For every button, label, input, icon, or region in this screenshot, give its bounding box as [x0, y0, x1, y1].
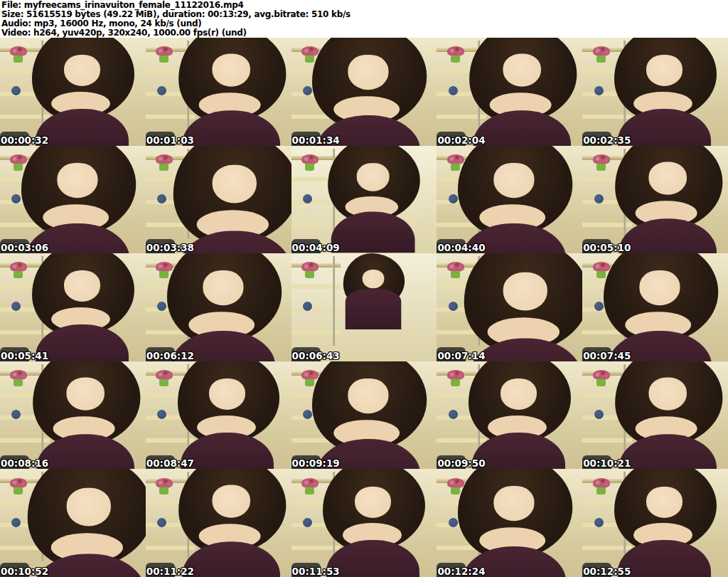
flower-pot [10, 262, 27, 272]
yarn-ball [157, 194, 166, 203]
thumbnail-cell: 00:09:19 [291, 361, 437, 470]
timestamp-label: 00:00:32 [1, 135, 48, 146]
tank-top-shape [619, 218, 717, 253]
face-shape [212, 54, 250, 87]
tank-top-shape [36, 434, 134, 469]
face-shape [648, 378, 687, 411]
face-shape [355, 487, 391, 518]
thumbnail-cell: 00:05:41 [0, 253, 146, 361]
flower-pot [10, 370, 27, 380]
face-shape [646, 55, 682, 86]
person-silhouette [161, 253, 288, 361]
yarn-ball [157, 410, 166, 419]
yarn-ball [157, 86, 166, 95]
timestamp-label: 00:11:53 [292, 566, 340, 577]
tank-top-shape [182, 110, 280, 145]
face-shape [212, 165, 256, 203]
timestamp-label: 00:02:35 [583, 135, 631, 146]
tank-top-shape [36, 109, 129, 146]
person-silhouette [451, 146, 579, 254]
yarn-ball [157, 518, 166, 527]
person-silhouette [26, 38, 140, 146]
tank-top-shape [346, 290, 402, 329]
face-shape [64, 55, 100, 86]
face-shape [648, 162, 687, 194]
tank-top-shape [182, 542, 280, 577]
tank-top-shape [472, 433, 565, 470]
flower-pot [156, 478, 173, 488]
timestamp-label: 00:09:19 [292, 458, 340, 469]
timestamp-label: 00:05:41 [1, 351, 48, 361]
thumbnail-cell: 00:00:32 [0, 38, 146, 146]
face-shape [493, 163, 534, 198]
face-shape [203, 270, 243, 305]
timestamp-label: 00:11:22 [146, 566, 194, 577]
face-shape [503, 54, 541, 87]
file-info-header: File: myfreecams_irinavuiton_female_1112… [0, 0, 728, 38]
thumbnail-cell: 00:07:45 [582, 253, 728, 361]
thumbnail-cell: 00:03:06 [0, 146, 146, 254]
yarn-ball [11, 302, 21, 311]
thumbnail-cell: 00:01:34 [291, 38, 437, 146]
thumbnail-cell: 00:06:43 [291, 253, 437, 361]
yarn-ball [449, 86, 458, 95]
tank-top-shape [331, 211, 415, 252]
timestamp-label: 00:06:12 [146, 351, 194, 361]
flower-pot [593, 154, 610, 164]
yarn-ball [449, 302, 458, 311]
flower-pot [301, 154, 318, 164]
thumbnail-cell: 00:12:55 [582, 469, 728, 577]
yarn-ball [11, 518, 21, 527]
flower-pot [156, 46, 173, 56]
timestamp-label: 00:08:47 [146, 458, 194, 469]
tank-top-shape [618, 109, 711, 146]
flower-pot [447, 46, 464, 56]
thumbnail-cell: 00:06:12 [146, 253, 291, 361]
timestamp-label: 00:01:34 [292, 135, 340, 146]
tank-top-shape [619, 434, 717, 469]
yarn-ball [594, 518, 604, 527]
thumbnail-cell: 00:08:16 [0, 361, 146, 470]
thumbnail-cell: 00:09:50 [437, 361, 582, 470]
person-silhouette [457, 253, 582, 361]
flower-pot [156, 370, 173, 380]
timestamp-label: 00:03:06 [1, 243, 48, 253]
timestamp-label: 00:06:43 [292, 351, 340, 361]
timestamp-label: 00:03:38 [146, 243, 194, 253]
person-silhouette [340, 260, 408, 324]
person-silhouette [323, 147, 425, 244]
thumbnail-cell: 00:10:21 [582, 361, 728, 470]
person-silhouette [609, 38, 722, 146]
person-silhouette [21, 469, 146, 577]
person-silhouette [172, 38, 291, 146]
person-silhouette [597, 253, 724, 361]
face-shape [57, 163, 97, 198]
timestamp-label: 00:07:45 [583, 351, 631, 361]
yarn-ball [449, 410, 458, 419]
person-silhouette [306, 38, 433, 146]
timestamp-label: 00:04:09 [292, 243, 340, 253]
person-silhouette [451, 469, 579, 577]
timestamp-label: 00:02:04 [437, 135, 485, 146]
yarn-ball [303, 518, 312, 527]
timestamp-label: 00:12:55 [583, 566, 631, 577]
flower-pot [10, 46, 27, 56]
thumbnail-cell: 00:05:10 [582, 146, 728, 254]
person-silhouette [172, 469, 291, 577]
timestamp-label: 00:08:16 [1, 458, 48, 469]
timestamp-label: 00:09:50 [437, 458, 485, 469]
yarn-ball [303, 302, 312, 311]
person-silhouette [464, 38, 582, 146]
person-silhouette [306, 361, 433, 470]
face-shape [66, 489, 110, 527]
thumbnail-cell: 00:07:14 [437, 253, 582, 361]
yarn-ball [594, 86, 604, 95]
flower-pot [593, 46, 610, 56]
yarn-ball [594, 194, 604, 203]
thumbnail-cell: 00:02:35 [582, 38, 728, 146]
thumbnail-cell: 00:10:52 [0, 469, 146, 577]
timestamp-label: 00:12:24 [437, 566, 485, 577]
thumbnail-cell: 00:04:40 [437, 146, 582, 254]
tank-top-shape [618, 540, 711, 577]
face-shape [646, 487, 682, 518]
